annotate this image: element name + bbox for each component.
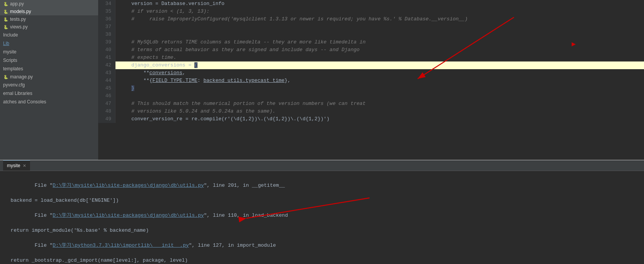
code-line-48: 48 # versions like 5.0.24 and 5.0.24a as… (98, 108, 644, 115)
sidebar-item-label: tests.py (10, 17, 26, 22)
code-line-42: 42 django_conversions = { (98, 61, 644, 69)
code-line-35: 35 # if version < (1, 3, 13): (98, 8, 644, 15)
python-file-icon: 🐍 (3, 74, 8, 80)
code-line-40: 40 # terms of actual behavior as they ar… (98, 46, 644, 54)
code-line-38: 38 (98, 31, 644, 38)
sidebar-group-lib[interactable]: Lib (0, 39, 98, 48)
terminal-line-2: backend = load_backend(db['ENGINE']) (5, 197, 639, 204)
sidebar-item-views-py[interactable]: 🐍 views.py (0, 23, 98, 31)
sidebar-item-app-py[interactable]: 🐍 app.py (0, 0, 98, 8)
terminal-line-3: File "D:\学习\mysite\lib\site-packages\dja… (5, 204, 639, 227)
python-file-icon: 🐍 (3, 17, 8, 22)
code-line-36: 36 # raise ImproperlyConfigured('mysqlcl… (98, 15, 644, 23)
code-line-49: 49 conver_version_re = re.compile(r'(\d{… (98, 115, 644, 123)
code-lines: 34 version = Database.version_info 35 # … (98, 0, 644, 123)
terminal-content-area: File "D:\学习\mysite\lib\site-packages\dja… (0, 171, 644, 264)
code-line-37: 37 (98, 23, 644, 31)
code-line-39: 39 # MySQLdb returns TIME columns as tim… (98, 38, 644, 46)
sidebar-group-mysite[interactable]: mysite (0, 48, 98, 56)
terminal-link-importlib[interactable]: D:\学习\python3.7.3\lib\importlib\ __init_… (53, 242, 189, 248)
sidebar-group-scripts[interactable]: Scripts (0, 56, 98, 65)
code-line-41: 41 # expects time. (98, 54, 644, 61)
sidebar-item-label: app.py (10, 1, 24, 7)
terminal-line-5: File "D:\学习\python3.7.3\lib\importlib\ _… (5, 234, 639, 257)
sidebar-item-models-py[interactable]: 🐍 models.py (0, 8, 98, 15)
sidebar-group-include[interactable]: Include (0, 31, 98, 39)
editor-area: 🐍 app.py 🐍 models.py 🐍 tests.py 🐍 views.… (0, 0, 644, 160)
terminal-area: mysite ✕ File "D:\学习\mysite\lib\site-pac… (0, 160, 644, 264)
sidebar-group-templates[interactable]: templates (0, 65, 98, 73)
sidebar-item-pyvenv[interactable]: pyvenv.cfg (0, 81, 98, 89)
sidebar: 🐍 app.py 🐍 models.py 🐍 tests.py 🐍 views.… (0, 0, 98, 160)
python-file-icon: 🐍 (3, 9, 8, 14)
terminal-link-utils-py-110[interactable]: D:\学习\mysite\lib\site-packages\django\db… (53, 213, 204, 218)
close-icon[interactable]: ✕ (23, 163, 26, 168)
sidebar-item-label: views.py (10, 24, 28, 30)
sidebar-group-external-libs[interactable]: ernal Libraries (0, 89, 98, 98)
code-editor: 34 version = Database.version_info 35 # … (98, 0, 644, 160)
terminal-line-1: File "D:\学习\mysite\lib\site-packages\dja… (5, 174, 639, 197)
terminal-content: File "D:\学习\mysite\lib\site-packages\dja… (0, 171, 644, 264)
terminal-link-utils-py-201[interactable]: D:\学习\mysite\lib\site-packages\django\db… (53, 183, 204, 188)
sidebar-group-scratches[interactable]: atches and Consoles (0, 98, 98, 106)
sidebar-item-label: models.py (10, 9, 31, 14)
code-line-47: 47 # This should match the numerical por… (98, 100, 644, 108)
sidebar-item-manage-py[interactable]: 🐍 manage.py (0, 73, 98, 81)
terminal-tab-label: mysite (7, 163, 20, 168)
terminal-line-4: return import_module('%s.base' % backend… (5, 227, 639, 234)
terminal-tab-bar: mysite ✕ (0, 160, 644, 171)
code-line-45: 45 } (98, 85, 644, 92)
main-layout: 🐍 app.py 🐍 models.py 🐍 tests.py 🐍 views.… (0, 0, 644, 264)
code-line-43: 43 **conversions, (98, 69, 644, 77)
code-line-44: 44 **{FIELD_TYPE.TIME: backend_utils.typ… (98, 77, 644, 85)
python-file-icon: 🐍 (3, 1, 8, 7)
code-line-34: 34 version = Database.version_info (98, 0, 644, 8)
terminal-line-6: return _bootstrap._gcd_import(name[level… (5, 257, 639, 264)
code-line-46: 46 (98, 92, 644, 100)
python-file-icon: 🐍 (3, 24, 8, 30)
sidebar-item-tests-py[interactable]: 🐍 tests.py (0, 15, 98, 23)
sidebar-item-label: manage.py (10, 74, 33, 80)
terminal-tab-mysite[interactable]: mysite ✕ (3, 160, 30, 171)
